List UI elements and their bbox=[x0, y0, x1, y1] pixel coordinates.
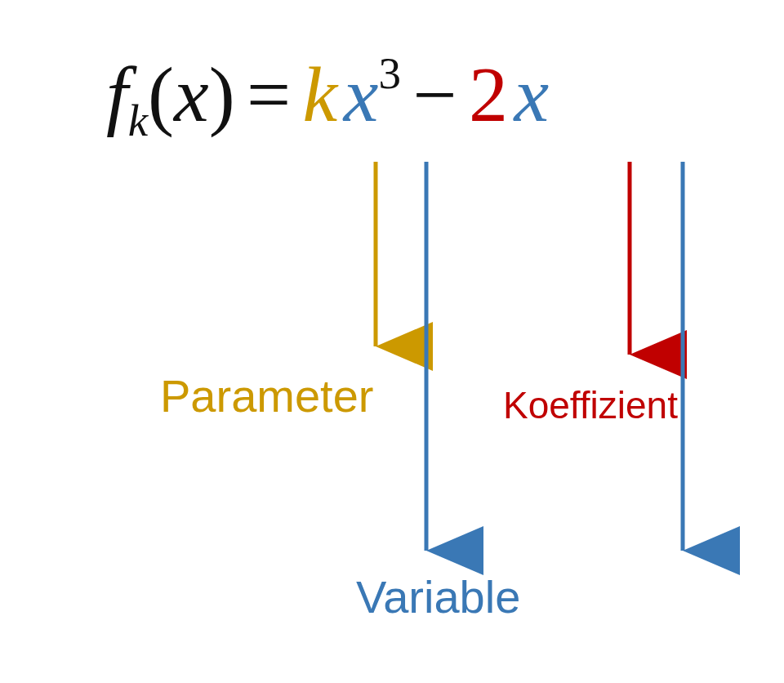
label-variable: Variable bbox=[356, 570, 520, 623]
sym-x-first: x bbox=[344, 51, 379, 138]
arrow-coefficient bbox=[605, 162, 654, 382]
sym-sub-k: k bbox=[128, 96, 148, 145]
sym-x-second: x bbox=[514, 51, 550, 138]
arrow-parameter bbox=[351, 162, 400, 374]
arrow-variable-right bbox=[658, 162, 707, 578]
sym-sup-3: 3 bbox=[378, 48, 401, 98]
sym-x-arg: x bbox=[174, 51, 209, 138]
sym-f: f bbox=[106, 51, 128, 138]
sym-k: k bbox=[303, 51, 338, 138]
sym-close-paren: ) bbox=[209, 51, 235, 138]
diagram-stage: fk(x)=kx3−2x bbox=[0, 0, 784, 683]
label-parameter: Parameter bbox=[160, 369, 373, 422]
label-koeffizient: Koeffizient bbox=[503, 383, 678, 427]
sym-two: 2 bbox=[469, 51, 508, 138]
arrow-variable-left bbox=[402, 162, 451, 578]
sym-equals: = bbox=[247, 51, 291, 138]
equation: fk(x)=kx3−2x bbox=[106, 47, 549, 146]
sym-open-paren: ( bbox=[148, 51, 174, 138]
sym-minus: − bbox=[412, 51, 457, 138]
